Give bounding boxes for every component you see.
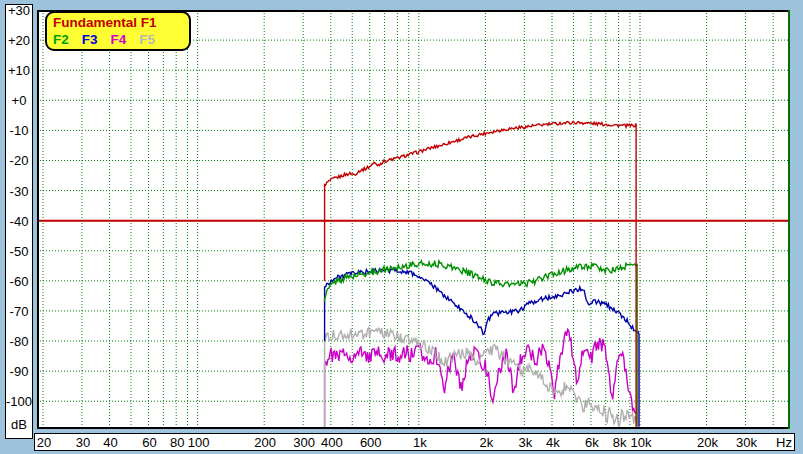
x-axis-label: 40 bbox=[103, 435, 117, 450]
x-axis-label: 80 bbox=[170, 435, 184, 450]
x-axis-label: 1k bbox=[413, 435, 427, 450]
y-axis-label: -40 bbox=[6, 214, 32, 230]
series-f1-fundamental bbox=[325, 121, 636, 426]
x-axis-label: 3k bbox=[518, 435, 532, 450]
x-axis-label: 8k bbox=[613, 435, 627, 450]
y-axis-label: -60 bbox=[6, 274, 32, 290]
y-axis-label: -100 bbox=[6, 394, 32, 410]
legend-items: F2F3F4F5 bbox=[53, 31, 183, 48]
x-axis-label: 20 bbox=[37, 435, 51, 450]
x-axis-label: 20k bbox=[697, 435, 718, 450]
legend-item-f3: F3 bbox=[82, 31, 98, 48]
y-axis-label: -20 bbox=[6, 153, 32, 169]
x-axis-label: 6k bbox=[585, 435, 599, 450]
y-axis-label: -80 bbox=[6, 334, 32, 350]
legend-item-f5: F5 bbox=[139, 31, 155, 48]
x-axis: 20304060801002003004006001k2k3k4k6k8k10k… bbox=[34, 433, 795, 451]
legend-item-f4: F4 bbox=[111, 31, 127, 48]
y-axis-label: -10 bbox=[6, 123, 32, 139]
x-axis-label: 200 bbox=[254, 435, 276, 450]
y-axis-label: -70 bbox=[6, 304, 32, 320]
y-axis-label: -30 bbox=[6, 184, 32, 200]
plot-area[interactable] bbox=[37, 10, 790, 429]
x-axis-label: 30 bbox=[76, 435, 90, 450]
x-axis-label: 10k bbox=[631, 435, 652, 450]
x-axis-unit: Hz bbox=[776, 435, 792, 450]
x-axis-label: 60 bbox=[142, 435, 156, 450]
x-axis-label: 100 bbox=[188, 435, 210, 450]
series-f4 bbox=[325, 329, 636, 427]
series-f3 bbox=[325, 268, 639, 427]
y-axis: +30+20+10+0-10-20-30-40-50-60-70-80-90-1… bbox=[5, 4, 33, 439]
x-axis-label: 2k bbox=[480, 435, 494, 450]
legend-item-f2: F2 bbox=[53, 31, 69, 48]
y-axis-label: -90 bbox=[6, 364, 32, 380]
y-axis-label: +20 bbox=[6, 33, 32, 49]
series-f5 bbox=[325, 328, 636, 427]
x-axis-label: 4k bbox=[546, 435, 560, 450]
x-axis-label: 30k bbox=[736, 435, 757, 450]
legend-title: Fundamental F1 bbox=[53, 14, 183, 31]
y-axis-unit: dB bbox=[6, 417, 32, 433]
y-axis-label: +0 bbox=[6, 93, 32, 109]
spectrum-chart bbox=[37, 10, 790, 429]
spectrum-analyzer-window: { "window": { "background_color": "#9CC3… bbox=[0, 0, 803, 454]
x-axis-label: 300 bbox=[293, 435, 315, 450]
y-axis-label: +10 bbox=[6, 63, 32, 79]
x-axis-label: 600 bbox=[360, 435, 382, 450]
x-axis-label: 400 bbox=[321, 435, 343, 450]
series-f2 bbox=[325, 261, 637, 427]
y-axis-label: +30 bbox=[6, 3, 32, 19]
y-axis-label: -50 bbox=[6, 244, 32, 260]
legend: Fundamental F1 F2F3F4F5 bbox=[45, 11, 191, 51]
